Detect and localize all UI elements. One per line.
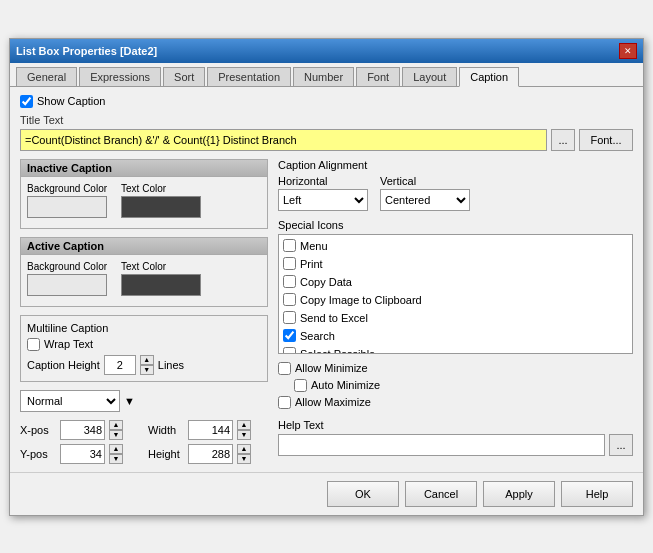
ypos-input[interactable]: [60, 444, 105, 464]
help-text-section: Help Text ...: [278, 419, 633, 456]
tab-caption[interactable]: Caption: [459, 67, 519, 87]
height-label: Height: [148, 448, 184, 460]
close-button[interactable]: ✕: [619, 43, 637, 59]
tab-expressions[interactable]: Expressions: [79, 67, 161, 86]
ok-button[interactable]: OK: [327, 481, 399, 507]
window-title: List Box Properties [Date2]: [16, 45, 157, 57]
right-bottom: Allow Minimize Auto Minimize Allow Maxim…: [278, 362, 633, 456]
multiline-title: Multiline Caption: [27, 322, 261, 334]
ypos-spin-up[interactable]: ▲: [109, 444, 123, 454]
allow-maximize-checkbox[interactable]: [278, 396, 291, 409]
inactive-text-color[interactable]: [121, 196, 201, 218]
cancel-button[interactable]: Cancel: [405, 481, 477, 507]
show-caption-checkbox[interactable]: [20, 95, 33, 108]
help-text-label: Help Text: [278, 419, 633, 431]
help-button[interactable]: Help: [561, 481, 633, 507]
apply-button[interactable]: Apply: [483, 481, 555, 507]
caption-height-spinners: ▲ ▼: [140, 355, 154, 375]
select-possible-checkbox[interactable]: [283, 347, 296, 354]
vertical-select[interactable]: Top Centered Bottom: [380, 189, 470, 211]
list-item: Copy Data: [281, 273, 630, 291]
height-spin-up[interactable]: ▲: [237, 444, 251, 454]
xpos-label: X-pos: [20, 424, 56, 436]
auto-minimize-label: Auto Minimize: [311, 379, 380, 391]
main-columns: Inactive Caption Background Color Text C…: [20, 159, 633, 464]
horizontal-select[interactable]: Left Center Right: [278, 189, 368, 211]
content-area: Show Caption Title Text ... Font... Inac…: [10, 87, 643, 472]
font-button[interactable]: Font...: [579, 129, 633, 151]
title-dots-button[interactable]: ...: [551, 129, 575, 151]
width-label: Width: [148, 424, 184, 436]
align-selects-row: Horizontal Left Center Right Vertical To…: [278, 175, 633, 211]
active-caption-panel: Active Caption Background Color Text Col…: [20, 237, 268, 307]
menu-label: Menu: [300, 240, 328, 252]
caption-alignment-section: Caption Alignment Horizontal Left Center…: [278, 159, 633, 211]
auto-minimize-checkbox[interactable]: [294, 379, 307, 392]
allow-minimize-row: Allow Minimize: [278, 362, 633, 375]
inactive-bg-group: Background Color: [27, 183, 107, 218]
list-item: Search: [281, 327, 630, 345]
height-spin-down[interactable]: ▼: [237, 454, 251, 464]
ypos-spin-down[interactable]: ▼: [109, 454, 123, 464]
multiline-section: Multiline Caption Wrap Text Caption Heig…: [20, 315, 268, 382]
width-spin-up[interactable]: ▲: [237, 420, 251, 430]
allow-maximize-row: Allow Maximize: [278, 396, 633, 409]
right-column: Caption Alignment Horizontal Left Center…: [278, 159, 633, 464]
inactive-color-row: Background Color Text Color: [27, 183, 261, 218]
copy-data-checkbox[interactable]: [283, 275, 296, 288]
wrap-text-row: Wrap Text: [27, 338, 261, 351]
height-input[interactable]: [188, 444, 233, 464]
footer: OK Cancel Apply Help: [10, 472, 643, 515]
xpos-spin-up[interactable]: ▲: [109, 420, 123, 430]
normal-select[interactable]: Normal: [20, 390, 120, 412]
tab-layout[interactable]: Layout: [402, 67, 457, 86]
height-spin-down[interactable]: ▼: [140, 365, 154, 375]
xpos-spin-down[interactable]: ▼: [109, 430, 123, 440]
inactive-caption-header: Inactive Caption: [21, 160, 267, 177]
help-text-input[interactable]: [278, 434, 605, 456]
inactive-caption-body: Background Color Text Color: [21, 177, 267, 228]
caption-height-input[interactable]: [104, 355, 136, 375]
show-caption-label: Show Caption: [37, 95, 106, 107]
allow-minimize-checkbox[interactable]: [278, 362, 291, 375]
inactive-bg-color[interactable]: [27, 196, 107, 218]
caption-alignment-title: Caption Alignment: [278, 159, 633, 171]
menu-checkbox[interactable]: [283, 239, 296, 252]
search-checkbox[interactable]: [283, 329, 296, 342]
active-color-row: Background Color Text Color: [27, 261, 261, 296]
normal-row: Normal ▼: [20, 390, 268, 412]
vertical-label: Vertical: [380, 175, 470, 187]
active-caption-body: Background Color Text Color: [21, 255, 267, 306]
main-window: List Box Properties [Date2] ✕ General Ex…: [9, 38, 644, 516]
tab-number[interactable]: Number: [293, 67, 354, 86]
title-bar-controls: ✕: [619, 43, 637, 59]
copy-image-checkbox[interactable]: [283, 293, 296, 306]
tab-presentation[interactable]: Presentation: [207, 67, 291, 86]
vertical-align-group: Vertical Top Centered Bottom: [380, 175, 470, 211]
active-text-color[interactable]: [121, 274, 201, 296]
tab-font[interactable]: Font: [356, 67, 400, 86]
send-excel-label: Send to Excel: [300, 312, 368, 324]
tab-general[interactable]: General: [16, 67, 77, 86]
active-text-label: Text Color: [121, 261, 201, 272]
copy-image-label: Copy Image to Clipboard: [300, 294, 422, 306]
active-bg-color[interactable]: [27, 274, 107, 296]
width-row: Width ▲ ▼: [148, 420, 268, 440]
xpos-input[interactable]: [60, 420, 105, 440]
special-icons-title: Special Icons: [278, 219, 633, 231]
wrap-text-checkbox[interactable]: [27, 338, 40, 351]
help-text-dots-button[interactable]: ...: [609, 434, 633, 456]
title-text-input[interactable]: [20, 129, 547, 151]
inactive-bg-label: Background Color: [27, 183, 107, 194]
height-spin-up[interactable]: ▲: [140, 355, 154, 365]
caption-height-row: Caption Height ▲ ▼ Lines: [27, 355, 261, 375]
list-item: Send to Excel: [281, 309, 630, 327]
print-checkbox[interactable]: [283, 257, 296, 270]
send-excel-checkbox[interactable]: [283, 311, 296, 324]
width-spin-down[interactable]: ▼: [237, 430, 251, 440]
width-input[interactable]: [188, 420, 233, 440]
inactive-text-group: Text Color: [121, 183, 201, 218]
help-text-input-row: ...: [278, 434, 633, 456]
horizontal-align-group: Horizontal Left Center Right: [278, 175, 368, 211]
tab-sort[interactable]: Sort: [163, 67, 205, 86]
